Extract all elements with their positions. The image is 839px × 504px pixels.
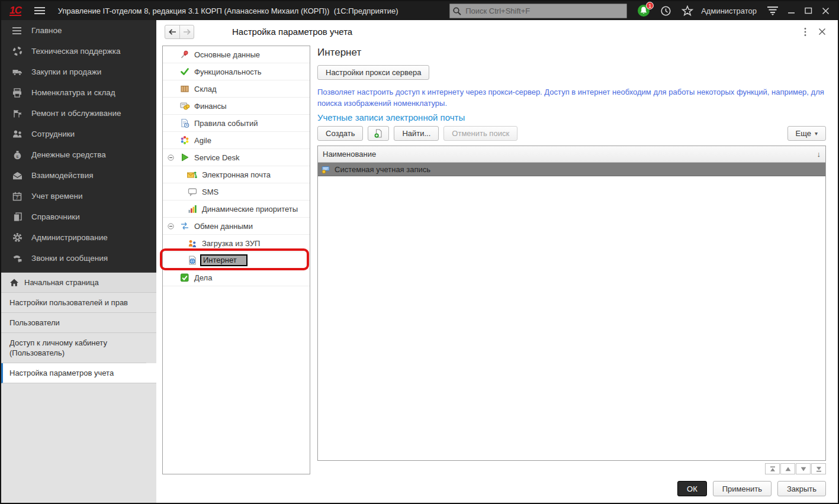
back-button[interactable] — [165, 25, 179, 38]
table-row-system-account[interactable]: Системная учетная запись — [318, 163, 825, 176]
tree-item-sms[interactable]: SMS — [163, 183, 310, 201]
checkmark-icon — [179, 67, 190, 77]
email-accounts-section-title: Учетные записи электронной почты — [317, 112, 826, 122]
copy-new-icon-button[interactable] — [368, 126, 389, 141]
chevron-down-icon: ▾ — [815, 130, 818, 137]
maximize-button[interactable] — [805, 7, 812, 14]
agile-wheel-icon — [179, 135, 190, 146]
window-title: Управление IT-отделом 8, редакция 3.1 КО… — [58, 7, 398, 15]
finance-icon — [179, 101, 190, 111]
sidebar-item-user-rights[interactable]: Настройки пользователей и прав — [1, 293, 156, 313]
sort-descending-icon: ↓ — [817, 150, 821, 159]
sidebar-item-home[interactable]: Начальная страница — [1, 273, 156, 293]
tree-item-internet[interactable]: Интернет — [163, 252, 310, 269]
collapse-icon[interactable] — [168, 223, 174, 230]
proxy-settings-button[interactable]: Настройки прокси сервера — [317, 65, 429, 80]
cancel-search-button[interactable]: Отменить поиск — [443, 126, 517, 141]
main-menu-icon[interactable] — [34, 5, 45, 16]
sidebar-item-zakupki[interactable]: Закупки и продажи — [1, 62, 156, 82]
settings-tree: Основные данные Функциональность Склад Ф… — [162, 46, 310, 474]
history-icon[interactable] — [660, 5, 671, 17]
envelope-icon — [12, 170, 22, 180]
main-menu-icon — [12, 25, 22, 35]
sidebar-item-accounting-settings[interactable]: Настройка параметров учета — [1, 363, 156, 383]
close-form-icon[interactable] — [818, 27, 826, 38]
event-rules-icon — [179, 118, 190, 128]
create-button[interactable]: Создать — [317, 126, 363, 141]
sidebar-item-nomenklatura[interactable]: Номенклатура и склад — [1, 82, 156, 103]
title-bar: 1С Управление IT-отделом 8, редакция 3.1… — [1, 1, 838, 20]
tree-item-pravila-sobytiy[interactable]: Правила событий — [163, 115, 310, 132]
tree-item-zagruzka-iz-zup[interactable]: Загрузка из ЗУП — [163, 235, 310, 252]
find-button[interactable]: Найти... — [394, 126, 439, 141]
search-input[interactable] — [449, 4, 627, 18]
dialog-footer: ОК Применить Закрыть — [677, 481, 826, 496]
email-sync-icon — [187, 170, 198, 180]
sidebar-item-glavnoe[interactable]: Главное — [1, 20, 156, 41]
tree-item-service-desk[interactable]: Service Desk — [163, 149, 310, 166]
close-window-button[interactable] — [822, 7, 830, 15]
phone-icon — [12, 253, 22, 263]
tree-item-obmen-dannymi[interactable]: Обмен данными — [163, 218, 310, 235]
sidebar-item-sotrudniki[interactable]: Сотрудники — [1, 124, 156, 144]
tree-item-agile[interactable]: Agile — [163, 132, 310, 149]
apply-button[interactable]: Применить — [713, 481, 772, 496]
section-heading: Интернет — [317, 47, 826, 59]
internet-settings-panel: Интернет Настройки прокси сервера Позвол… — [317, 46, 826, 461]
support-ring-icon — [12, 46, 22, 56]
flags-icon — [12, 108, 22, 118]
tree-item-sklad[interactable]: Склад — [163, 80, 310, 98]
go-first-button[interactable] — [765, 463, 780, 474]
tree-item-elektronnaya-pochta[interactable]: Электронная почта — [163, 166, 310, 183]
sidebar-item-uchet-vremeni[interactable]: 7 Учет времени — [1, 186, 156, 206]
svg-text:7: 7 — [16, 195, 19, 201]
tree-item-finansy[interactable]: Финансы — [163, 98, 310, 115]
page-title: Настройка параметров учета — [232, 27, 352, 37]
tree-item-dela[interactable]: Дела — [163, 269, 310, 286]
sidebar-item-personal-cabinet[interactable]: Доступ к личному кабинету (Пользователь) — [1, 333, 146, 363]
forward-button[interactable] — [179, 25, 194, 38]
notification-badge: 1 — [646, 2, 654, 9]
more-menu-icon[interactable] — [803, 27, 807, 39]
email-account-icon — [322, 165, 330, 174]
ok-button[interactable]: ОК — [677, 481, 707, 496]
import-people-icon — [187, 238, 198, 248]
close-button[interactable]: Закрыть — [777, 481, 826, 496]
email-accounts-toolbar: Создать Найти... Отменить поиск Еще▾ — [317, 126, 826, 141]
tree-item-internet-label: Интернет — [200, 254, 247, 266]
go-down-button[interactable] — [796, 463, 811, 474]
play-icon — [179, 153, 190, 163]
sidebar-item-vzaimodeystviya[interactable]: Взаимодействия — [1, 165, 156, 186]
current-user[interactable]: Администратор — [701, 7, 757, 15]
tree-item-dinamicheskie-prioritety[interactable]: Динамические приоритеты — [163, 201, 310, 218]
1c-logo: 1С — [9, 6, 21, 16]
more-button[interactable]: Еще▾ — [787, 126, 826, 141]
sidebar-item-zvonki[interactable]: Звонки и сообщения — [1, 248, 156, 269]
content-area: Настройка параметров учета Основные данн… — [156, 20, 838, 503]
sidebar-item-users[interactable]: Пользователи — [1, 313, 156, 333]
section-description: Позволяет настроить доступ к интернету ч… — [317, 86, 826, 109]
printer-icon — [12, 88, 22, 98]
go-up-button[interactable] — [780, 463, 795, 474]
favorites-star-icon[interactable] — [682, 5, 693, 17]
svg-text:s: s — [16, 153, 18, 159]
search-icon — [452, 7, 462, 16]
panel-options-icon[interactable] — [767, 6, 779, 15]
minimize-button[interactable] — [788, 7, 795, 14]
sidebar-item-remont[interactable]: Ремонт и обслуживание — [1, 103, 156, 124]
sidebar-item-spravochniki[interactable]: Справочники — [1, 206, 156, 227]
sms-bubble-icon — [187, 187, 198, 197]
notifications-bell-icon[interactable]: 1 — [637, 4, 650, 17]
books-icon — [12, 212, 22, 222]
tree-item-osnovnye-dannye[interactable]: Основные данные — [163, 46, 310, 63]
bar-chart-icon — [187, 204, 198, 214]
go-last-button[interactable] — [811, 463, 826, 474]
table-header-name[interactable]: Наименование ↓ — [318, 146, 825, 163]
sidebar-item-tekh-podderzhka[interactable]: Техническая поддержка — [1, 41, 156, 62]
copy-document-icon — [374, 129, 383, 138]
tree-item-funkcionalnost[interactable]: Функциональность — [163, 63, 310, 80]
collapse-icon[interactable] — [168, 154, 174, 161]
sidebar-item-denezhnye[interactable]: s Денежные средства — [1, 144, 156, 165]
history-nav — [165, 25, 194, 39]
sidebar-item-administrirovanie[interactable]: Администрирование — [1, 227, 156, 248]
